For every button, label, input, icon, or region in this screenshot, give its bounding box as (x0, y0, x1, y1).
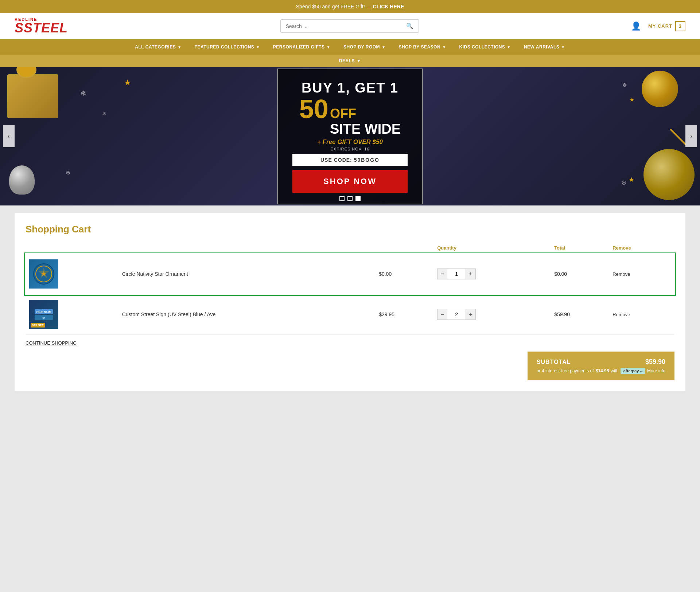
nav-label-shop-by-season: SHOP BY SEASON (399, 44, 441, 50)
product-price-1: $0.00 (379, 271, 392, 277)
chevron-down-icon: ▼ (561, 45, 565, 49)
afterpay-badge: afterpay ∞ (621, 368, 645, 374)
cart-button[interactable]: MY CART 3 (648, 21, 685, 31)
hero-line1: BUY 1, GET 1 (302, 80, 398, 96)
hero-percent-row: 50 OFF SITE WIDE (292, 96, 408, 137)
qty-decrease-2[interactable]: − (437, 309, 447, 320)
carousel-dot-2[interactable] (347, 196, 353, 201)
search-bar: 🔍 (280, 19, 419, 33)
hero-free-gift: + Free GIFT OVER $50 (292, 138, 408, 146)
nav-label-all-categories: ALL CATEGORIES (135, 44, 176, 50)
table-row: ★ Circle Nativity Star Ornament $0.00 − (26, 254, 674, 294)
shop-now-button[interactable]: SHOP NOW (292, 170, 408, 193)
nav-item-all-categories[interactable]: ALL CATEGORIES ▼ (128, 39, 188, 55)
subtotal-box: SUBTOTAL $59.90 or 4 interest-free payme… (528, 352, 674, 380)
product-name-cell-2: Custom Street Sign (UV Steel) Blue / Ave (118, 294, 375, 335)
column-item (26, 242, 375, 254)
chevron-down-icon: ▼ (357, 58, 361, 63)
product-qty-cell-2: − + (433, 294, 551, 335)
nav-label-kids-collections: KIDS COLLECTIONS (459, 44, 505, 50)
column-remove: Remove (609, 242, 674, 254)
nav-item-shop-by-season[interactable]: SHOP BY SEASON ▼ (392, 39, 453, 55)
nativity-svg: ★ (33, 263, 55, 285)
product-thumbnail-1: ★ (29, 259, 58, 289)
carousel-next-button[interactable]: › (685, 125, 697, 147)
hero-percent: 50 (299, 96, 328, 122)
carousel-prev-button[interactable]: ‹ (3, 125, 15, 147)
remove-button-1[interactable]: Remove (612, 271, 630, 277)
decor-ribbon (670, 129, 686, 145)
chevron-down-icon: ▼ (256, 45, 260, 49)
hero-code-area: USE CODE: 50BOGO (292, 154, 408, 166)
nav-label-shop-by-room: SHOP BY ROOM (343, 44, 380, 50)
header: REDLINE SSTEEL 🔍 👤 MY CART 3 (0, 13, 700, 39)
snowflake-1: ❄ (80, 89, 86, 98)
user-icon[interactable]: 👤 (631, 21, 641, 31)
subtotal-area: SUBTOTAL $59.90 or 4 interest-free payme… (26, 352, 674, 380)
column-quantity: Quantity (433, 242, 551, 254)
hero-code: 50BOGO (354, 157, 380, 163)
nav-item-personalized-gifts[interactable]: PERSONALIZED GIFTS ▼ (267, 39, 337, 55)
top-banner: Spend $50 and get FREE Gift! — CLICK HER… (0, 0, 700, 13)
decor-ball-1 (642, 71, 678, 107)
more-info-link[interactable]: More info (647, 368, 665, 373)
svg-text:YOUR NAME: YOUR NAME (36, 311, 52, 313)
product-total-cell-1: $0.00 (551, 254, 609, 294)
subtotal-row: SUBTOTAL $59.90 (537, 358, 665, 366)
snowflake-5: ❄ (622, 82, 627, 89)
qty-increase-1[interactable]: + (466, 268, 476, 279)
qty-input-1[interactable] (447, 268, 466, 279)
decor-gift-box (7, 74, 58, 118)
remove-button-2[interactable]: Remove (612, 312, 630, 317)
carousel-dot-1[interactable] (339, 196, 345, 201)
hero-free-gift-text: + Free GIFT OVER $50 (317, 138, 383, 145)
chevron-down-icon: ▼ (442, 45, 446, 49)
product-name-2: Custom Street Sign (UV Steel) Blue / Ave (122, 311, 216, 317)
cart-table-header: Quantity Total Remove (26, 242, 674, 254)
search-input[interactable] (281, 20, 401, 32)
snowflake-2: ❄ (102, 111, 106, 117)
hero-sitewide: SITE WIDE (330, 121, 401, 137)
nav-label-personalized-gifts: PERSONALIZED GIFTS (273, 44, 325, 50)
chevron-down-icon: ▼ (178, 45, 181, 49)
nav-item-shop-by-room[interactable]: SHOP BY ROOM ▼ (337, 39, 392, 55)
product-line-total-2: $59.90 (554, 311, 570, 317)
hero-off-sitewide: OFF SITE WIDE (330, 106, 401, 137)
hero-expires: EXPIRES NOV. 16 (292, 147, 408, 151)
carousel-dot-3[interactable] (355, 196, 361, 201)
qty-control-2: − + (437, 309, 547, 320)
column-price (375, 242, 433, 254)
nav-item-featured-collections[interactable]: FEATURED COLLECTIONS ▼ (188, 39, 267, 55)
product-remove-cell-2: Remove (609, 294, 674, 335)
cart-table: Quantity Total Remove (26, 242, 674, 335)
svg-text:ST: ST (42, 317, 45, 319)
product-name-cell-1: Circle Nativity Star Ornament (118, 254, 375, 294)
logo[interactable]: REDLINE SSTEEL (15, 17, 68, 35)
product-qty-cell-1: − + (433, 254, 551, 294)
nav-item-deals[interactable]: DEALS ▼ (332, 55, 368, 67)
chevron-down-icon: ▼ (382, 45, 385, 49)
chevron-down-icon: ▼ (507, 45, 511, 49)
header-right: 👤 MY CART 3 (631, 21, 685, 31)
decor-ball-2 (643, 149, 695, 200)
qty-decrease-1[interactable]: − (437, 268, 447, 279)
logo-steel: SSTEEL (15, 21, 68, 35)
product-thumb-cell-2: YOUR NAME ST $15 OFF (26, 294, 118, 335)
hero-off: OFF (330, 106, 356, 121)
nav-item-kids-collections[interactable]: KIDS COLLECTIONS ▼ (453, 39, 517, 55)
continue-shopping-link[interactable]: CONTINUE SHOPPING (26, 340, 77, 346)
banner-link[interactable]: CLICK HERE (373, 4, 404, 9)
subtotal-amount: $59.90 (645, 358, 665, 366)
nav-label-deals: DEALS (339, 58, 355, 63)
qty-input-2[interactable] (447, 309, 466, 320)
subtotal-label: SUBTOTAL (537, 359, 571, 365)
qty-increase-2[interactable]: + (466, 309, 476, 320)
nav-item-new-arrivals[interactable]: NEW ARRIVALS ▼ (517, 39, 572, 55)
product-price-2: $29.95 (379, 311, 394, 317)
nav-label-new-arrivals: NEW ARRIVALS (524, 44, 559, 50)
hero-code-label: USE CODE: (320, 157, 352, 163)
search-button[interactable]: 🔍 (401, 20, 419, 32)
afterpay-row: or 4 interest-free payments of $14.98 wi… (537, 368, 665, 374)
nav-label-featured-collections: FEATURED COLLECTIONS (195, 44, 254, 50)
banner-text: Spend $50 and get FREE Gift! — (296, 4, 373, 9)
